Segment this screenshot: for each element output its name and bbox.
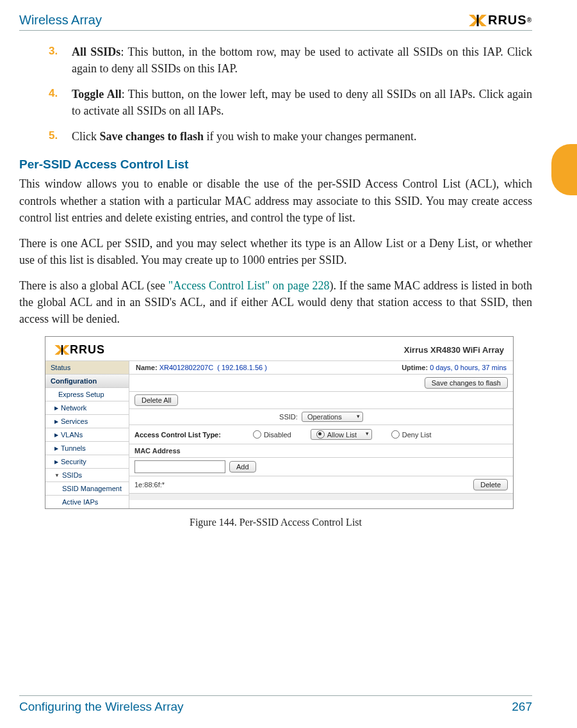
sidebar-ssids[interactable]: ▼SSIDs bbox=[45, 468, 129, 481]
figure-footer-strip bbox=[129, 493, 513, 500]
radio-disabled[interactable]: Disabled bbox=[253, 430, 291, 439]
sidebar-tunnels[interactable]: ▶Tunnels bbox=[45, 441, 129, 455]
figure-screenshot: RRUS Xirrus XR4830 WiFi Array Status Con… bbox=[45, 336, 514, 509]
mac-address-header: MAC Address bbox=[129, 444, 513, 457]
name-field: Name: XR4012802207C ( 192.168.1.56 ) bbox=[136, 364, 267, 371]
chevron-right-icon: ▶ bbox=[54, 419, 58, 425]
uptime-field: Uptime: 0 days, 0 hours, 37 mins bbox=[402, 364, 507, 371]
figure-caption: Figure 144. Per-SSID Access Control List bbox=[19, 517, 532, 528]
chevron-right-icon: ▶ bbox=[54, 459, 58, 465]
delete-all-button[interactable]: Delete All bbox=[134, 394, 178, 406]
sidebar-configuration[interactable]: Configuration bbox=[45, 374, 129, 387]
figure-logo: RRUS bbox=[54, 343, 105, 357]
add-button[interactable]: Add bbox=[229, 461, 256, 473]
paragraph-1: This window allows you to enable or disa… bbox=[19, 175, 532, 225]
sidebar-active-iaps[interactable]: Active IAPs bbox=[45, 495, 129, 508]
step-5: Click Save changes to flash if you wish … bbox=[49, 128, 532, 145]
xref-acl[interactable]: "Access Control List" on page 228 bbox=[168, 279, 330, 292]
footer-page-number: 267 bbox=[512, 700, 532, 714]
chevron-right-icon: ▶ bbox=[54, 432, 58, 438]
sidebar-vlans[interactable]: ▶VLANs bbox=[45, 428, 129, 441]
radio-deny-list[interactable]: Deny List bbox=[391, 430, 432, 439]
step-list: All SSIDs: This button, in the bottom ro… bbox=[49, 44, 532, 145]
acl-entry: 1e:88:6f:* bbox=[134, 481, 165, 489]
footer-section: Configuring the Wireless Array bbox=[19, 700, 184, 714]
ssid-select-row: SSID: Operations bbox=[129, 408, 513, 425]
sidebar-services[interactable]: ▶Services bbox=[45, 414, 129, 428]
ssid-select[interactable]: Operations bbox=[302, 412, 363, 422]
chevron-down-icon: ▼ bbox=[54, 473, 60, 478]
paragraph-2: There is one ACL per SSID, and you may s… bbox=[19, 235, 532, 268]
edge-tab bbox=[551, 144, 577, 195]
brand-logo: RRUS® bbox=[469, 13, 532, 28]
sidebar-status[interactable]: Status bbox=[45, 360, 129, 374]
step-4: Toggle All: This button, on the lower le… bbox=[49, 86, 532, 119]
sidebar-security[interactable]: ▶Security bbox=[45, 455, 129, 468]
save-changes-button[interactable]: Save changes to flash bbox=[425, 377, 508, 389]
header-title: Wireless Array bbox=[19, 13, 102, 28]
radio-allow-list[interactable]: Allow List bbox=[311, 429, 372, 440]
section-heading: Per-SSID Access Control List bbox=[19, 158, 532, 172]
acl-type-row: Access Control List Type: Disabled Allow… bbox=[129, 425, 513, 444]
figure-sidebar: Status Configuration Express Setup ▶Netw… bbox=[45, 360, 129, 508]
chevron-right-icon: ▶ bbox=[54, 405, 58, 411]
paragraph-3: There is also a global ACL (see "Access … bbox=[19, 277, 532, 327]
figure-main: Name: XR4012802207C ( 192.168.1.56 ) Upt… bbox=[129, 360, 513, 508]
chevron-right-icon: ▶ bbox=[54, 446, 58, 451]
figure-product: Xirrus XR4830 WiFi Array bbox=[404, 345, 504, 355]
page-header: Wireless Array RRUS® bbox=[19, 13, 532, 31]
delete-button[interactable]: Delete bbox=[473, 479, 508, 490]
step-3: All SSIDs: This button, in the bottom ro… bbox=[49, 44, 532, 77]
page-footer: Configuring the Wireless Array 267 bbox=[19, 695, 532, 714]
mac-address-input[interactable] bbox=[134, 460, 225, 473]
sidebar-network[interactable]: ▶Network bbox=[45, 401, 129, 414]
sidebar-ssid-management[interactable]: SSID Management bbox=[45, 481, 129, 495]
sidebar-express-setup[interactable]: Express Setup bbox=[45, 387, 129, 401]
